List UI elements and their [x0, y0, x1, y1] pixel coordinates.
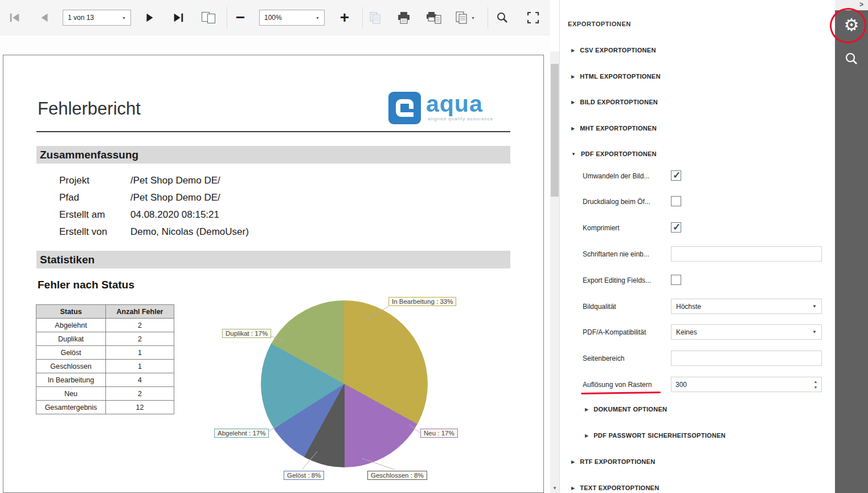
chevron-down-icon: ▼: [571, 152, 576, 157]
section-label: DOKUMENT OPTIONEN: [593, 406, 667, 413]
section-label: RTF EXPORTOPTIONEN: [580, 458, 655, 465]
option-label: Auflösung von Rastern: [583, 381, 652, 389]
cell-count: 4: [106, 373, 174, 387]
fullscreen-button[interactable]: [524, 9, 542, 26]
option-row: Bildqualität Höchste ▼: [583, 298, 823, 315]
pie-label-geloest: Gelöst : 8%: [284, 471, 324, 480]
report-title: Fehlerbericht: [38, 99, 141, 119]
chart-heading: Fehler nach Status: [38, 279, 134, 291]
sidebar-search-button[interactable]: [844, 51, 859, 68]
print-page-button[interactable]: [424, 9, 444, 26]
scroll-down-button[interactable]: ▼: [550, 483, 559, 493]
next-page-icon: [143, 11, 157, 24]
section-label: PDF PASSWORT SICHERHEITSOPTIONEN: [593, 432, 726, 439]
section-label: PDF EXPORTOPTIONEN: [581, 150, 657, 157]
status-table: Status Anzahl Fehler Abgelehnt2 Duplikat…: [36, 304, 174, 414]
section-label: HTML EXPORTOPTIONEN: [580, 73, 661, 80]
summary-section-heading: Zusammenfassung: [36, 146, 510, 164]
toolbar-separator: [488, 7, 488, 28]
table-row: Geschlossen1: [36, 360, 174, 373]
cell-count: 1: [106, 360, 174, 373]
section-label: TEXT EXPORTOPTIONEN: [580, 484, 659, 491]
export-options-panel: EXPORTOPTIONEN ▶ CSV EXPORTOPTIONEN ▶ HT…: [559, 0, 835, 493]
section-label: CSV EXPORTOPTIONEN: [580, 47, 656, 54]
option-label: Umwandeln der Bild...: [583, 172, 649, 180]
section-csv-exportoptionen[interactable]: ▶ CSV EXPORTOPTIONEN: [571, 47, 656, 54]
section-dokument-optionen[interactable]: ▶ DOKUMENT OPTIONEN: [585, 406, 667, 413]
checkbox-export-editing-fields[interactable]: [671, 275, 681, 285]
checkbox-druckdialog[interactable]: [671, 196, 681, 206]
viewer-toolbar: 1 von 13 ▼ − 100% ▼ +: [0, 0, 550, 35]
bildqualitaet-select[interactable]: Höchste ▼: [671, 299, 822, 314]
collapse-panel-chevron-icon[interactable]: >: [859, 1, 863, 9]
chevron-right-icon: ▶: [571, 74, 575, 79]
seitenbereich-input[interactable]: [671, 351, 822, 366]
table-row: Neu2: [36, 387, 174, 401]
column-header: Anzahl Fehler: [106, 305, 174, 319]
field-label: Projekt: [59, 175, 89, 186]
tools-sidebar: ⚙: [835, 10, 868, 493]
checkbox-umwandeln-der-bild[interactable]: [671, 170, 681, 181]
option-row: Export Editing Fields...: [583, 272, 823, 289]
section-bild-exportoptionen[interactable]: ▶ BILD EXPORTOPTIONEN: [571, 99, 658, 105]
chevron-right-icon: ▶: [571, 459, 575, 465]
next-page-button[interactable]: [141, 9, 159, 26]
column-header: Status: [36, 305, 106, 319]
cell-status: Geschlossen: [36, 360, 106, 373]
cell-count: 2: [106, 332, 174, 346]
pie-label-duplikat: Duplikat : 17%: [222, 329, 271, 338]
option-row: Druckdialog beim Öf...: [583, 193, 823, 210]
export-document-icon: [455, 11, 469, 25]
title-divider: [36, 131, 510, 132]
print-page-icon: [426, 11, 442, 25]
zoom-level-select[interactable]: 100% ▼: [259, 10, 325, 26]
field-label: Erstellt von: [59, 226, 107, 238]
cell-status: Gesamtergebnis: [36, 401, 106, 414]
previous-page-button[interactable]: [35, 9, 54, 26]
cell-status: Gelöst: [36, 346, 106, 360]
zoom-level-value: 100%: [264, 14, 282, 22]
schriftarten-input[interactable]: [671, 246, 822, 262]
first-page-icon: [8, 11, 22, 24]
zoom-in-button[interactable]: +: [335, 9, 354, 26]
settings-gear-icon[interactable]: ⚙: [835, 15, 868, 35]
multiple-pages-button[interactable]: [197, 9, 220, 26]
section-label: MHT EXPORTOPTIONEN: [580, 125, 657, 132]
toolbar-separator: [362, 7, 363, 28]
export-document-button[interactable]: ▼: [451, 9, 478, 26]
search-icon: [844, 51, 859, 66]
cell-count: 2: [106, 387, 174, 401]
chevron-right-icon: ▶: [571, 486, 575, 491]
scrollbar-thumb[interactable]: [551, 64, 559, 197]
pdfa-kompatibilitaet-select[interactable]: Keines ▼: [671, 324, 822, 340]
first-page-button[interactable]: [6, 9, 24, 26]
checkbox-komprimiert[interactable]: [671, 222, 681, 233]
zoom-out-button[interactable]: −: [231, 9, 249, 26]
field-value: 04.08.2020 08:15:21: [130, 209, 219, 221]
table-row: Gesamtergebnis12: [36, 401, 174, 414]
section-pdf-passwort-sicherheitsoptionen[interactable]: ▶ PDF PASSWORT SICHERHEITSOPTIONEN: [585, 432, 726, 439]
section-html-exportoptionen[interactable]: ▶ HTML EXPORTOPTIONEN: [571, 73, 661, 80]
chevron-right-icon: ▶: [571, 48, 575, 53]
section-label: BILD EXPORTOPTIONEN: [580, 99, 658, 105]
zoom-out-icon: −: [236, 10, 245, 26]
search-button[interactable]: [493, 9, 511, 26]
section-pdf-exportoptionen[interactable]: ▼ PDF EXPORTOPTIONEN: [571, 150, 657, 157]
fullscreen-icon: [526, 11, 540, 25]
document-scrollbar: ▲ ▼: [550, 35, 559, 493]
document-viewport: Fehlerbericht aqua aligned quality assur…: [0, 36, 550, 493]
table-header-row: Status Anzahl Fehler: [36, 305, 174, 319]
section-text-exportoptionen[interactable]: ▶ TEXT EXPORTOPTIONEN: [571, 484, 660, 491]
option-label: PDF/A-Kompatibilität: [583, 328, 646, 336]
print-icon: [396, 11, 411, 25]
page-number-select[interactable]: 1 von 13 ▼: [63, 10, 131, 26]
section-mht-exportoptionen[interactable]: ▶ MHT EXPORTOPTIONEN: [571, 125, 657, 132]
caret-down-icon: ▼: [471, 16, 475, 20]
copy-icon: [368, 11, 383, 25]
print-button[interactable]: [395, 9, 413, 26]
aufloesung-input[interactable]: [672, 377, 807, 392]
copy-button-disabled[interactable]: [366, 9, 384, 26]
spinner-down-icon[interactable]: ▼: [812, 384, 819, 390]
section-rtf-exportoptionen[interactable]: ▶ RTF EXPORTOPTIONEN: [571, 458, 655, 465]
last-page-button[interactable]: [169, 9, 187, 26]
